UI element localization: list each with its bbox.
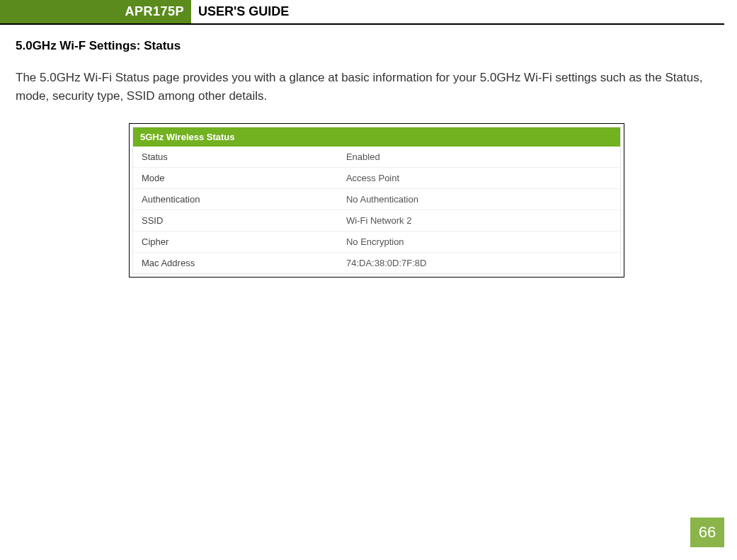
page-content: 5.0GHz Wi-F Settings: Status The 5.0GHz … — [0, 25, 737, 278]
table-row: Mac Address 74:DA:38:0D:7F:8D — [133, 252, 620, 273]
panel-title: 5GHz Wireless Status — [133, 127, 620, 147]
row-value: Enabled — [338, 147, 620, 168]
section-paragraph: The 5.0GHz Wi-Fi Status page provides yo… — [16, 69, 716, 106]
row-value: Access Point — [338, 167, 620, 188]
row-label: Authentication — [133, 188, 338, 210]
row-value: No Authentication — [338, 188, 620, 210]
page-number: 66 — [690, 518, 724, 547]
row-value: No Encryption — [338, 231, 620, 252]
table-row: Authentication No Authentication — [133, 188, 620, 210]
table-row: SSID Wi-Fi Network 2 — [133, 210, 620, 231]
row-value: 74:DA:38:0D:7F:8D — [338, 252, 620, 273]
status-panel: 5GHz Wireless Status Status Enabled Mode… — [129, 123, 624, 278]
table-row: Cipher No Encryption — [133, 231, 620, 252]
table-row: Status Enabled — [133, 147, 620, 168]
section-heading: 5.0GHz Wi-F Settings: Status — [16, 39, 721, 53]
table-row: Mode Access Point — [133, 167, 620, 188]
row-label: Status — [133, 147, 338, 168]
status-table: Status Enabled Mode Access Point Authent… — [133, 147, 620, 273]
row-label: Mode — [133, 167, 338, 188]
row-label: Mac Address — [133, 252, 338, 273]
status-panel-inner: 5GHz Wireless Status Status Enabled Mode… — [132, 127, 621, 274]
header-bar: APR175P USER'S GUIDE — [0, 0, 724, 25]
row-label: SSID — [133, 210, 338, 231]
doc-title: USER'S GUIDE — [191, 0, 296, 23]
row-value: Wi-Fi Network 2 — [338, 210, 620, 231]
product-badge: APR175P — [0, 0, 191, 23]
row-label: Cipher — [133, 231, 338, 252]
